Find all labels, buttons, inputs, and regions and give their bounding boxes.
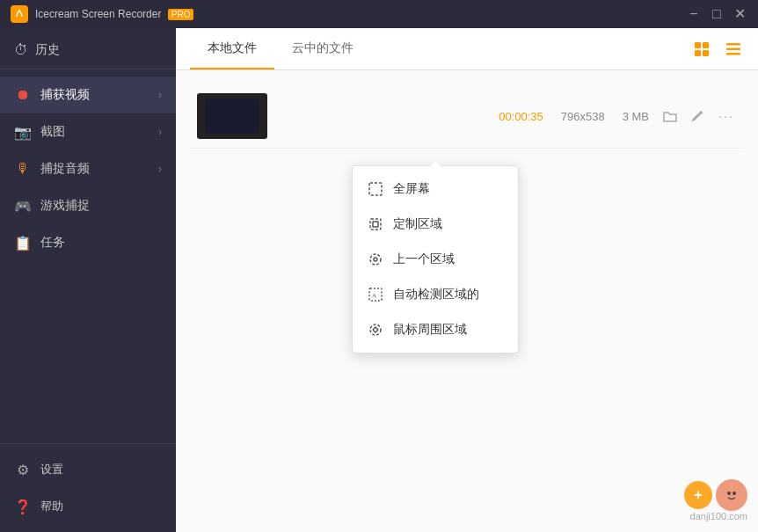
help-label: 帮助 [40,499,63,514]
dropdown-mouse-area[interactable]: 鼠标周围区域 [353,312,518,347]
sidebar-item-help[interactable]: ❓ 帮助 [0,488,176,525]
list-view-button[interactable] [723,39,744,60]
screenshot-label: 截图 [40,124,65,140]
window-controls: − □ ✕ [686,6,747,22]
file-list-area: 00:00:35 796x538 3 MB [176,70,758,532]
more-options-button[interactable]: ··· [716,106,737,127]
app-title: Icecream Screen Recorder PRO [35,8,193,20]
svg-point-16 [370,324,381,335]
svg-rect-4 [695,50,701,56]
watermark-logo: + [684,481,712,509]
sidebar-item-settings[interactable]: ⚙ 设置 [0,451,176,488]
minimize-button[interactable]: − [686,6,702,22]
grid-view-button[interactable] [691,39,712,60]
file-size: 3 MB [623,110,649,123]
svg-rect-6 [726,43,740,46]
screenshot-icon: 📷 [14,123,32,141]
audio-icon: 🎙 [14,160,32,178]
svg-rect-10 [370,219,381,230]
dropdown-fullscreen[interactable]: 全屏幕 [353,171,518,207]
settings-icon: ⚙ [14,461,32,478]
file-resolution: 796x538 [561,110,605,123]
title-bar-left: Icecream Screen Recorder PRO [11,5,193,23]
settings-label: 设置 [40,462,63,477]
file-thumbnail [197,93,267,139]
open-folder-button[interactable] [660,106,681,127]
sidebar-history[interactable]: ⏱ 历史 [0,28,176,69]
sidebar-item-capture-video[interactable]: ⏺ 捕获视频 › [0,77,176,113]
history-icon: ⏱ [14,42,28,58]
svg-rect-11 [373,222,378,227]
dropdown-auto-detect[interactable]: A 自动检测区域的 [353,277,518,312]
file-actions: ··· [660,106,737,127]
maximize-button[interactable]: □ [709,6,725,22]
fullscreen-icon [367,180,384,198]
dropdown-custom-area[interactable]: 定制区域 [353,207,518,242]
audio-label: 捕捉音频 [40,161,90,177]
sidebar-item-game[interactable]: 🎮 游戏捕捉 [0,187,176,224]
svg-point-12 [370,254,381,265]
sidebar-nav: ⏺ 捕获视频 › 📷 截图 › 🎙 捕捉音频 › 🎮 游戏捕捉 [0,69,176,443]
svg-point-19 [732,492,736,495]
dropdown-menu: 全屏幕 定制区域 [352,165,519,353]
svg-point-1 [18,10,20,11]
svg-rect-5 [703,50,709,56]
capture-video-label: 捕获视频 [40,87,90,103]
task-icon: 📋 [14,234,32,251]
sidebar-item-task[interactable]: 📋 任务 [0,224,176,261]
tabs-right [691,39,744,60]
dropdown-arrow [430,161,441,166]
task-label: 任务 [40,235,65,251]
dropdown-prev-area[interactable]: 上一个区域 [353,242,518,277]
game-label: 游戏捕捉 [40,198,90,214]
file-duration: 00:00:35 [499,110,543,123]
thumbnail-preview [206,98,259,134]
content-area: 本地文件 云中的文件 [176,28,758,532]
auto-detect-icon: A [367,286,384,303]
chevron-right-icon: › [158,89,162,101]
history-label: 历史 [35,42,60,58]
sidebar: ⏱ 历史 ⏺ 捕获视频 › 📷 截图 › 🎙 捕捉音频 › [0,28,176,532]
file-row: 00:00:35 796x538 3 MB [190,84,744,149]
capture-video-icon: ⏺ [14,86,32,104]
svg-rect-2 [695,42,701,48]
svg-rect-3 [703,42,709,48]
svg-point-18 [727,492,731,495]
watermark-face [716,479,747,511]
watermark: + danji100.com [684,479,747,521]
main-container: ⏱ 历史 ⏺ 捕获视频 › 📷 截图 › 🎙 捕捉音频 › [0,28,758,532]
mouse-area-icon [367,321,384,339]
svg-text:A: A [372,292,376,299]
app-logo [11,5,28,23]
svg-rect-9 [369,183,382,195]
custom-area-icon [367,215,384,233]
edit-button[interactable] [688,106,709,127]
game-icon: 🎮 [14,197,32,215]
svg-point-13 [374,258,377,261]
file-meta: 00:00:35 796x538 3 MB [499,110,649,123]
watermark-text: danji100.com [690,511,747,521]
tabs-left: 本地文件 云中的文件 [190,28,371,69]
svg-rect-8 [726,53,740,55]
tabs-bar: 本地文件 云中的文件 [176,28,758,70]
prev-area-icon [367,251,384,268]
svg-rect-7 [726,47,740,50]
title-bar: Icecream Screen Recorder PRO − □ ✕ [0,0,758,28]
tab-local-files[interactable]: 本地文件 [190,28,274,69]
chevron-right-icon3: › [158,163,162,175]
chevron-right-icon2: › [158,126,162,138]
sidebar-item-audio[interactable]: 🎙 捕捉音频 › [0,150,176,187]
sidebar-item-screenshot[interactable]: 📷 截图 › [0,113,176,150]
svg-point-17 [724,487,740,503]
tab-cloud-files[interactable]: 云中的文件 [274,28,371,69]
close-button[interactable]: ✕ [732,6,747,22]
help-icon: ❓ [14,498,32,515]
sidebar-bottom: ⚙ 设置 ❓ 帮助 [0,443,176,532]
